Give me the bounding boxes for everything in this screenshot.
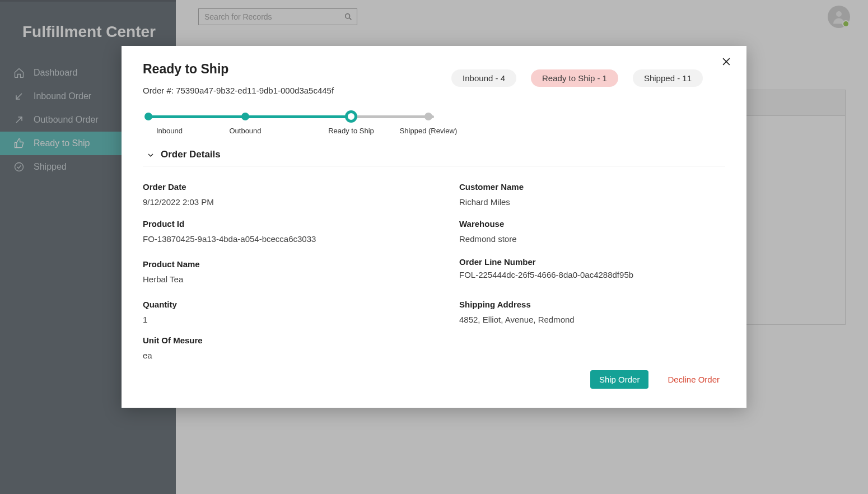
progress-node-ready — [345, 110, 357, 123]
field-label: Order Line Number — [459, 257, 725, 267]
order-line-value: FOL-225444dc-26f5-4666-8da0-0ac4288df95b — [459, 270, 725, 279]
progress-label: Ready to Ship — [328, 127, 374, 135]
field-label: Customer Name — [459, 182, 725, 192]
pill-ready-to-ship[interactable]: Ready to Ship - 1 — [531, 69, 618, 87]
progress-node-shipped — [424, 113, 432, 120]
progress-label: Shipped (Review) — [400, 127, 458, 135]
order-date-value: 9/12/2022 2:03 PM — [143, 197, 409, 207]
progress-node-inbound — [144, 113, 152, 120]
order-modal: Ready to Ship Order #: 75390a47-9b32-ed1… — [122, 46, 746, 408]
pill-shipped[interactable]: Shipped - 11 — [633, 69, 703, 87]
progress-label: Inbound — [156, 127, 183, 135]
modal-title: Ready to Ship — [143, 62, 334, 77]
field-label: Shipping Address — [459, 300, 725, 309]
field-label: Product Name — [143, 259, 409, 269]
shipping-address-value: 4852, Elliot, Avenue, Redmond — [459, 315, 725, 324]
quantity-value: 1 — [143, 315, 409, 324]
product-name-value: Herbal Tea — [143, 274, 409, 284]
field-label: Product Id — [143, 219, 409, 229]
modal-overlay: Ready to Ship Order #: 75390a47-9b32-ed1… — [0, 0, 868, 494]
status-pills: Inbound - 4 Ready to Ship - 1 Shipped - … — [451, 69, 703, 87]
decline-order-button[interactable]: Decline Order — [668, 375, 720, 384]
chevron-down-icon — [146, 151, 155, 160]
details-right-column: Customer Name Richard Miles Warehouse Re… — [459, 174, 725, 360]
customer-name-value: Richard Miles — [459, 197, 725, 207]
close-button[interactable] — [721, 56, 732, 69]
details-left-column: Order Date 9/12/2022 2:03 PM Product Id … — [143, 174, 409, 360]
field-label: Order Date — [143, 182, 409, 192]
field-label: Warehouse — [459, 219, 725, 229]
progress-label: Outbound — [229, 127, 261, 135]
order-details-toggle[interactable]: Order Details — [143, 145, 725, 166]
warehouse-value: Redmond store — [459, 234, 725, 244]
progress-tracker: Inbound Outbound Ready to Ship Shipped (… — [143, 112, 434, 139]
field-label: Quantity — [143, 300, 409, 309]
pill-inbound[interactable]: Inbound - 4 — [451, 69, 516, 87]
progress-node-outbound — [241, 113, 249, 120]
product-id-value: FO-13870425-9a13-4bda-a054-bcecca6c3033 — [143, 234, 409, 244]
section-title: Order Details — [161, 149, 221, 160]
field-label: Unit Of Mesure — [143, 335, 409, 345]
order-number: Order #: 75390a47-9b32-ed11-9db1-000d3a5… — [143, 86, 334, 95]
close-icon — [721, 56, 732, 67]
ship-order-button[interactable]: Ship Order — [590, 370, 649, 389]
uom-value: ea — [143, 351, 409, 360]
